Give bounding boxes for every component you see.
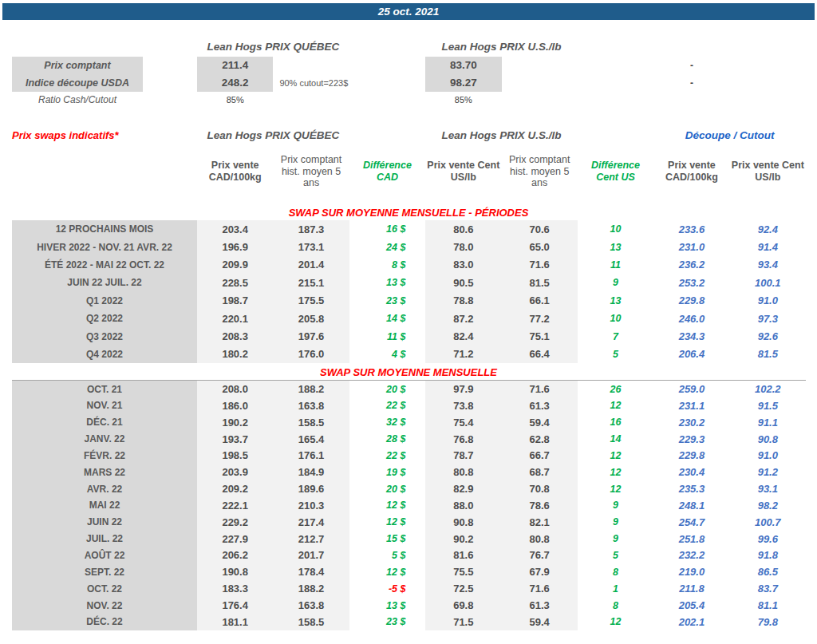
us-hist-cell: 66.7 <box>502 448 578 464</box>
col-qc-hist: Prix comptant hist. moyen 5 ans <box>273 154 349 189</box>
diff-us-cell: 5 <box>578 550 653 561</box>
us-sell-cell: 81.6 <box>425 547 501 564</box>
cutout-us-cell: 97.3 <box>730 313 806 325</box>
period-label-cell: AOÛT 22 <box>12 547 197 564</box>
cutout-cad-cell: 236.2 <box>653 259 729 271</box>
diff-us-cell: 26 <box>578 384 653 395</box>
period-label-cell: DÉC. 22 <box>12 614 197 630</box>
us-hist-cell: 70.6 <box>502 220 578 238</box>
swaps-note: Prix swaps indicatifs* <box>12 129 197 141</box>
table-row: SEPT. 22 190.8 178.4 12 $ 75.5 67.9 8 21… <box>12 563 806 580</box>
cutout-cad-cell: 205.4 <box>653 599 729 611</box>
diff-us-cell: 12 <box>578 450 653 461</box>
col-diff-cad: Différence CAD <box>349 160 425 184</box>
us-hist-cell: 59.4 <box>502 414 578 431</box>
qc-hist-cell: 176.1 <box>273 448 349 464</box>
cutout-us-cell: 99.6 <box>730 533 806 545</box>
diff-us-cell: 12 <box>578 616 653 627</box>
qc-sell-cell: 227.9 <box>197 531 273 547</box>
diff-cad-cell: 22 $ <box>349 400 425 411</box>
section-title-periods: SWAP SUR MOYENNE MENSUELLE - PÉRIODES <box>0 206 817 219</box>
spot-quebec-header: Lean Hogs PRIX QUÉBEC <box>197 41 349 53</box>
period-label-cell: JUIN 22 JUIL. 22 <box>12 274 197 291</box>
diff-us-cell: 12 <box>578 467 653 478</box>
spot-cutout-placeholder: - <box>653 60 729 71</box>
us-hist-cell: 82.1 <box>502 514 578 531</box>
cutout-cad-cell: 219.0 <box>653 566 729 578</box>
us-sell-cell: 90.8 <box>425 514 501 531</box>
us-hist-cell: 81.5 <box>502 274 578 291</box>
table-row: Q2 2022 220.1 205.8 14 $ 87.2 77.2 10 24… <box>12 310 806 327</box>
spot-us-value: 98.27 <box>425 74 501 92</box>
qc-sell-cell: 203.9 <box>197 464 273 480</box>
qc-sell-cell: 198.7 <box>197 292 273 310</box>
col-us-hist: Prix comptant hist. moyen 5 ans <box>502 154 578 189</box>
diff-us-cell: 14 <box>578 433 653 444</box>
us-hist-cell: 59.4 <box>502 614 578 630</box>
cutout-us-cell: 91.2 <box>730 466 806 478</box>
spot-qc-ratio: 85% <box>197 95 273 105</box>
period-label-cell: HIVER 2022 - NOV. 21 AVR. 22 <box>12 238 197 255</box>
diff-us-cell: 8 <box>578 567 653 578</box>
qc-hist-cell: 197.6 <box>273 327 349 345</box>
cutout-us-cell: 102.2 <box>730 383 806 395</box>
qc-sell-cell: 181.1 <box>197 614 273 630</box>
us-sell-cell: 87.2 <box>425 310 501 327</box>
spot-row-cutout-index: Indice découpe USDA 248.2 90% cutout=223… <box>0 74 817 92</box>
cutout-cad-cell: 234.3 <box>653 330 729 342</box>
period-label-cell: Q2 2022 <box>12 310 197 327</box>
diff-us-cell: 9 <box>578 500 653 511</box>
qc-sell-cell: 193.7 <box>197 431 273 448</box>
qc-sell-cell: 208.3 <box>197 327 273 345</box>
spot-row-cash: Prix comptant 211.4 83.70 - <box>0 57 817 74</box>
diff-cad-cell: 12 $ <box>349 567 425 578</box>
cutout-us-cell: 81.5 <box>730 348 806 360</box>
hog-price-report: 25 oct. 2021 Lean Hogs PRIX QUÉBEC Lean … <box>0 0 817 644</box>
diff-us-cell: 9 <box>578 516 653 527</box>
cutout-cad-cell: 246.0 <box>653 313 729 325</box>
cutout-us-cell: 81.1 <box>730 599 806 611</box>
qc-sell-cell: 229.2 <box>197 514 273 531</box>
period-label-cell: DÉC. 21 <box>12 414 197 431</box>
cutout-cad-cell: 233.6 <box>653 223 729 235</box>
us-hist-cell: 71.6 <box>502 381 578 397</box>
table-row: 12 PROCHAINS MOIS 203.4 187.3 16 $ 80.6 … <box>12 220 806 238</box>
diff-us-cell: 7 <box>578 331 653 342</box>
table-row: JANV. 22 193.7 165.4 28 $ 76.8 62.8 14 2… <box>12 431 806 448</box>
col-diff-us: Différence Cent US <box>578 160 653 184</box>
cutout-us-cell: 98.2 <box>730 500 806 512</box>
qc-hist-cell: 178.4 <box>273 563 349 580</box>
col-us-sell: Prix vente Cent US/lb <box>425 160 501 184</box>
diff-cad-cell: 4 $ <box>349 349 425 360</box>
diff-us-cell: 13 <box>578 242 653 253</box>
table-row: ÉTÉ 2022 - MAI 22 OCT. 22 209.9 201.4 8 … <box>12 256 806 274</box>
qc-sell-cell: 228.5 <box>197 274 273 291</box>
spot-label: Indice découpe USDA <box>12 74 143 92</box>
us-sell-cell: 88.0 <box>425 497 501 514</box>
period-label-cell: JUIN 22 <box>12 514 197 531</box>
period-label-cell: ÉTÉ 2022 - MAI 22 OCT. 22 <box>12 256 197 274</box>
us-sell-cell: 78.8 <box>425 292 501 310</box>
cutout-us-cell: 91.0 <box>730 294 806 306</box>
cutout-cad-cell: 259.0 <box>653 383 729 395</box>
us-hist-cell: 80.8 <box>502 531 578 547</box>
cutout-us-cell: 92.6 <box>730 330 806 342</box>
period-label-cell: AVR. 22 <box>12 480 197 497</box>
col-cutout-cad: Prix vente CAD/100kg <box>653 160 729 184</box>
table-row: Q3 2022 208.3 197.6 11 $ 82.4 75.1 7 234… <box>12 327 806 345</box>
diff-us-cell: 10 <box>578 313 653 324</box>
diff-cad-cell: 13 $ <box>349 277 425 288</box>
qc-hist-cell: 212.7 <box>273 531 349 547</box>
cutout-cad-cell: 230.4 <box>653 466 729 478</box>
cutout-cad-cell: 235.3 <box>653 483 729 495</box>
spot-cutout-placeholder: - <box>653 77 729 89</box>
qc-hist-cell: 158.5 <box>273 614 349 630</box>
diff-us-cell: 1 <box>578 583 653 595</box>
spot-us-ratio: 85% <box>425 95 501 105</box>
spot-label: Ratio Cash/Cutout <box>12 94 143 105</box>
spot-qc-value: 211.4 <box>197 57 273 74</box>
period-label-cell: FÉVR. 22 <box>12 448 197 464</box>
qc-hist-cell: 163.8 <box>273 397 349 414</box>
cutout-us-cell: 91.0 <box>730 449 806 461</box>
table-row: OCT. 21 208.0 188.2 20 $ 97.9 71.6 26 25… <box>12 381 806 397</box>
